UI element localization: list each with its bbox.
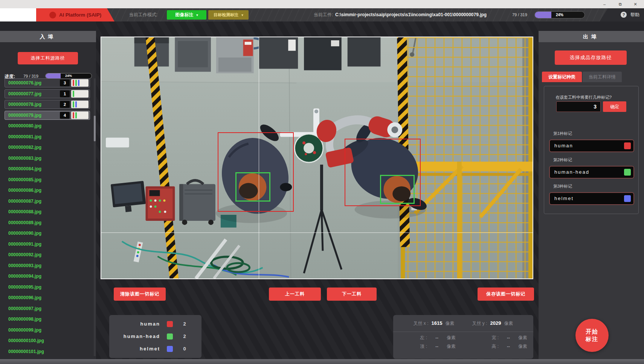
mode-dropdown-image-annotation[interactable]: 图像标注 ▾ <box>167 10 206 20</box>
file-name: 0000000098.jpg <box>8 317 41 322</box>
file-item[interactable]: 0000000085.jpg <box>5 175 90 184</box>
file-name: 0000000079.jpg <box>8 111 60 120</box>
box-height-label: 高 : <box>463 343 499 350</box>
file-name: 0000000093.jpg <box>8 263 41 268</box>
label-color-swatch[interactable] <box>624 142 631 149</box>
pixel-unit: 像素 <box>447 343 463 350</box>
sidebar-top-gap <box>0 21 96 31</box>
file-item[interactable]: 0000000076.jpg3 <box>5 78 90 87</box>
legend-count: 2 <box>175 321 194 327</box>
tab-current-item-details[interactable]: 当前工料详情 <box>583 72 622 82</box>
label-name-input[interactable]: human-head <box>549 166 634 179</box>
file-item[interactable]: 0000000077.jpg1 <box>5 89 90 98</box>
output-sidebar-title: 出埠 <box>539 31 644 42</box>
label-name-input[interactable]: human <box>549 139 634 152</box>
file-item[interactable]: 0000000099.jpg <box>5 326 90 335</box>
label-color-swatch[interactable] <box>624 195 631 202</box>
box-left-label: 左 : <box>393 335 427 341</box>
file-item[interactable]: 0000000088.jpg <box>5 207 90 216</box>
confirm-button[interactable]: 确定 <box>603 101 626 112</box>
file-name: 0000000088.jpg <box>8 209 41 214</box>
box-width-label: 宽 : <box>463 335 499 341</box>
start-line1: 开始 <box>586 328 598 335</box>
input-sidebar: 入埠 选择工料源路径 进度: 79 / 319 24% 0000000076.j… <box>0 21 96 359</box>
file-item[interactable]: 0000000095.jpg <box>5 283 90 292</box>
start-annotation-button[interactable]: 开始 标注 <box>575 319 609 352</box>
chevron-down-icon: ▾ <box>196 13 198 17</box>
label-type-title: 第2种标记 <box>553 157 638 163</box>
help-button[interactable]: 帮助 <box>630 8 639 21</box>
coordinates-panel: 叉丝 x : 1615 像素 叉丝 y : 2029 像素 左 : -- 像素 … <box>393 315 533 359</box>
label-count-input[interactable]: 3 <box>556 101 601 112</box>
file-list: 0000000076.jpg30000000077.jpg10000000078… <box>0 78 93 358</box>
file-name: 0000000083.jpg <box>8 156 41 161</box>
file-name: 0000000087.jpg <box>8 199 41 204</box>
file-item[interactable]: 0000000096.jpg <box>5 293 90 302</box>
label-name-input[interactable]: helmet <box>549 192 634 205</box>
legend-count: 0 <box>175 346 194 352</box>
output-sidebar: 出埠 选择成品存放路径 设置标记种类 当前工料详情 在该套工料中将要打几种标记?… <box>539 21 644 359</box>
file-item[interactable]: 0000000093.jpg <box>5 261 90 270</box>
mode-dropdown-object-detection[interactable]: 目标检测标注 ▾ <box>208 10 249 20</box>
file-item[interactable]: 0000000086.jpg <box>5 186 90 195</box>
save-annotations-button[interactable]: 保存该图一切标记 <box>478 288 534 301</box>
crosshair-x-label: 叉丝 x : <box>414 320 429 327</box>
select-output-path-button[interactable]: 选择成品存放路径 <box>555 50 627 65</box>
divider <box>393 332 533 332</box>
file-name: 0000000095.jpg <box>8 284 41 290</box>
annotation-box-human-head[interactable] <box>235 172 270 202</box>
crosshair-y-value: 2029 <box>490 320 501 326</box>
next-item-button[interactable]: 下一工料 <box>327 288 377 301</box>
legend-label: helmet <box>109 346 160 352</box>
close-button[interactable]: ✕ <box>630 0 641 8</box>
file-item[interactable]: 0000000083.jpg <box>5 154 90 163</box>
file-name: 0000000094.jpg <box>8 274 41 279</box>
minimize-button[interactable]: – <box>599 0 610 8</box>
file-item[interactable]: 0000000080.jpg <box>5 121 90 130</box>
file-item[interactable]: 0000000092.jpg <box>5 250 90 259</box>
help-icon[interactable]: ? <box>621 12 627 18</box>
file-name: 0000000099.jpg <box>8 327 41 333</box>
file-item[interactable]: 0000000078.jpg2 <box>5 100 90 109</box>
select-source-path-button[interactable]: 选择工料源路径 <box>18 52 78 64</box>
file-name: 00000000100.jpg <box>8 338 44 343</box>
file-item[interactable]: 0000000098.jpg <box>5 315 90 324</box>
file-item[interactable]: 0000000094.jpg <box>5 272 90 281</box>
file-item[interactable]: 0000000084.jpg <box>5 164 90 173</box>
sidebar-progress-percent: 24% <box>46 73 92 78</box>
tab-set-label-types[interactable]: 设置标记种类 <box>542 72 582 82</box>
file-name: 0000000092.jpg <box>8 252 41 257</box>
file-item[interactable]: 0000000089.jpg <box>5 218 90 227</box>
file-item[interactable]: 0000000082.jpg <box>5 143 90 152</box>
legend-count: 2 <box>175 333 194 339</box>
file-item[interactable]: 00000000100.jpg <box>5 336 90 345</box>
file-item[interactable]: 0000000091.jpg <box>5 240 90 249</box>
brand-logo-icon <box>49 12 56 18</box>
file-item[interactable]: 0000000097.jpg <box>5 304 90 313</box>
legend-label: human <box>109 321 160 327</box>
legend-color-swatch <box>167 333 173 340</box>
file-item[interactable]: 0000000090.jpg <box>5 229 90 238</box>
sidebar-progress-bar: 24% <box>45 73 92 79</box>
photo-canvas[interactable] <box>101 37 533 279</box>
annotation-box-human-head[interactable] <box>380 175 415 204</box>
file-item[interactable]: 00000000101.jpg <box>5 347 90 356</box>
file-item[interactable]: 0000000087.jpg <box>5 197 90 206</box>
label-count-question: 在该套工料中将要打几种标记? <box>555 95 612 100</box>
brand-title: AI Platform (SAIP) <box>59 12 101 18</box>
file-name: 0000000080.jpg <box>8 123 41 128</box>
file-item[interactable]: 0000000079.jpg4 <box>5 111 90 120</box>
file-item[interactable]: 0000000081.jpg <box>5 132 90 141</box>
window-bottom-strip <box>0 359 644 364</box>
file-list-scrollbar-thumb[interactable] <box>94 116 96 141</box>
maximize-button[interactable]: ⧉ <box>615 0 626 8</box>
box-top-label: 顶 : <box>393 343 427 350</box>
file-name: 0000000076.jpg <box>8 78 60 87</box>
label-color-swatch[interactable] <box>624 169 631 176</box>
nav-progress-bar: 24% <box>534 11 585 18</box>
pixel-unit: 像素 <box>518 343 533 350</box>
pixel-unit: 像素 <box>447 335 463 341</box>
previous-item-button[interactable]: 上一工料 <box>269 288 321 301</box>
start-line2: 标注 <box>586 336 598 342</box>
clear-annotations-button[interactable]: 清除该图一切标记 <box>114 288 166 301</box>
